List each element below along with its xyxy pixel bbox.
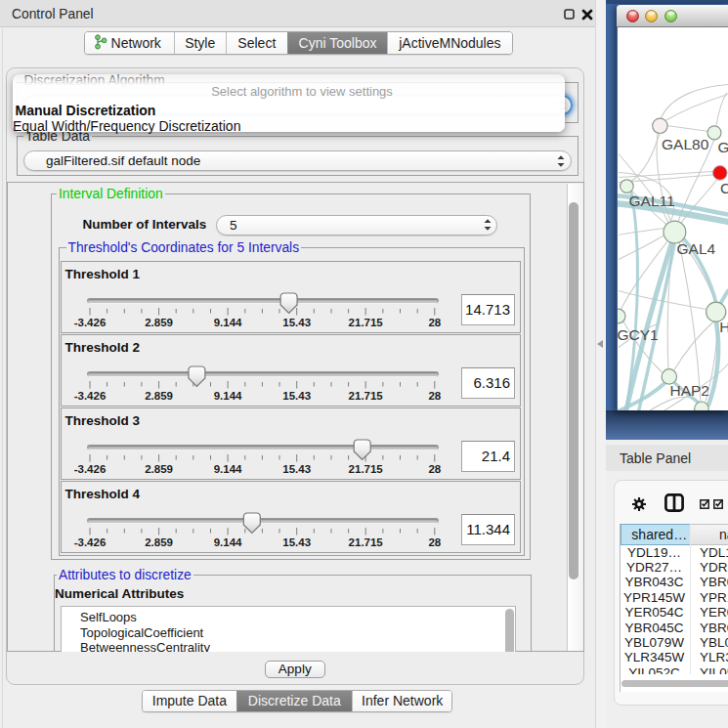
svg-text:GAL11: GAL11 bbox=[629, 193, 675, 209]
svg-text:2.859: 2.859 bbox=[145, 463, 173, 475]
svg-text:28: 28 bbox=[428, 317, 441, 328]
svg-text:21.715: 21.715 bbox=[349, 317, 384, 328]
svg-text:28: 28 bbox=[428, 536, 441, 548]
svg-text:28: 28 bbox=[428, 390, 441, 402]
svg-text:2.859: 2.859 bbox=[145, 317, 173, 328]
svg-text:-3.426: -3.426 bbox=[74, 390, 107, 402]
svg-text:HAP2: HAP2 bbox=[670, 382, 710, 399]
svg-text:21.715: 21.715 bbox=[349, 390, 384, 402]
svg-text:9.144: 9.144 bbox=[214, 317, 242, 328]
svg-text:GCY1: GCY1 bbox=[618, 326, 659, 343]
svg-text:15.43: 15.43 bbox=[282, 536, 311, 548]
svg-text:9.144: 9.144 bbox=[214, 463, 242, 475]
svg-text:2.859: 2.859 bbox=[145, 390, 173, 402]
svg-text:15.43: 15.43 bbox=[282, 463, 311, 475]
svg-text:21.715: 21.715 bbox=[349, 463, 384, 475]
svg-text:15.43: 15.43 bbox=[282, 317, 311, 328]
svg-text:2.859: 2.859 bbox=[145, 536, 173, 548]
svg-text:GAL80: GAL80 bbox=[662, 136, 709, 152]
svg-text:9.144: 9.144 bbox=[214, 390, 242, 402]
svg-text:GA: GA bbox=[718, 139, 728, 155]
svg-text:-3.426: -3.426 bbox=[74, 463, 107, 475]
svg-text:-3.426: -3.426 bbox=[74, 317, 107, 328]
svg-text:-3.426: -3.426 bbox=[74, 536, 107, 548]
svg-text:GAL4: GAL4 bbox=[677, 240, 716, 257]
svg-text:HI: HI bbox=[719, 319, 728, 335]
svg-text:15.43: 15.43 bbox=[282, 390, 311, 402]
svg-text:9.144: 9.144 bbox=[214, 536, 242, 548]
svg-text:CD: CD bbox=[720, 180, 728, 196]
svg-text:21.715: 21.715 bbox=[349, 536, 384, 548]
svg-text:28: 28 bbox=[428, 463, 441, 475]
